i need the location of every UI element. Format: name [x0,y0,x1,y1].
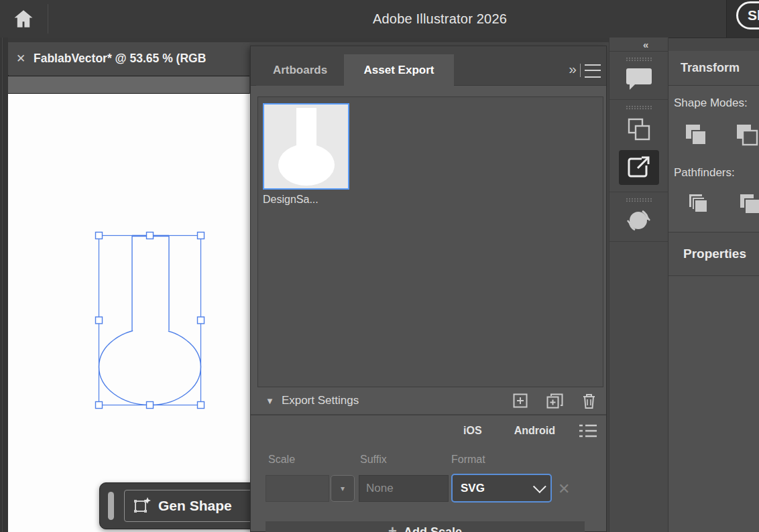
asset-name-label[interactable]: DesignSa... [263,194,370,206]
dock-divider [609,241,668,242]
dock-body [609,51,668,532]
add-setting-icon[interactable] [512,393,528,409]
gen-shape-button[interactable]: Gen Shape [124,490,250,522]
dropdown-arrow-icon: ▾ [341,484,345,493]
dock-drag-grip[interactable] [626,105,652,110]
home-button[interactable] [7,5,40,32]
document-window-bar [8,76,249,94]
app-titlebar: Adobe Illustrator 2026 [0,0,759,38]
properties-header-label: Properties [683,247,746,261]
dock-divider [609,192,668,192]
tab-artboards[interactable]: Artboards [256,54,344,86]
transform-section-header[interactable]: Transform [668,51,759,86]
gen-shape-label: Gen Shape [158,498,232,514]
tab-asset-export[interactable]: Asset Export [344,54,454,86]
taskbar-drag-handle[interactable] [108,492,114,520]
transform-header-label: Transform [681,61,740,75]
gen-shape-icon [133,496,152,515]
pathfinder-divide-icon[interactable] [687,192,711,216]
format-select[interactable]: SVG [451,474,552,503]
document-close-icon[interactable]: ✕ [8,52,34,66]
duplicate-setting-icon[interactable] [546,393,564,409]
titlebar-divider [48,4,48,34]
export-settings-label: Export Settings [282,394,359,407]
toolbar-edge-highlight [2,38,3,532]
add-scale-button[interactable]: + Add Scale [266,521,585,532]
artboard-canvas[interactable]: Gen Shape [8,94,250,532]
flask-thumbnail-graphic [270,108,343,186]
asset-list[interactable]: DesignSa... [257,96,603,387]
share-button[interactable]: Sh [736,1,759,29]
scale-dropdown-button[interactable]: ▾ [331,475,355,502]
add-scale-label: Add Scale [404,525,462,532]
panel-expand-icon[interactable]: » [569,61,575,77]
shape-modes-label: Shape Modes: [674,96,748,110]
dock-drag-grip[interactable] [626,57,652,62]
selected-flask-artwork[interactable] [8,94,250,532]
shape-mode-unite-icon[interactable] [683,122,709,147]
section-divider [251,414,606,415]
scale-value-input[interactable] [266,475,329,502]
document-tab-bar-top [8,38,609,42]
pathfinder-panel-icon[interactable] [609,115,668,145]
asset-export-panel: Artboards Asset Export » DesignSa... ▼ E… [250,46,607,532]
scale-column-label: Scale [268,454,295,466]
suffix-column-label: Suffix [360,454,387,466]
pathfinders-label: Pathfinders: [674,166,735,180]
pathfinder-trim-icon[interactable] [738,192,759,216]
panel-header-divider [580,64,581,77]
export-settings-header: ▼ Export Settings [251,387,606,414]
asset-export-panel-icon-active[interactable] [619,150,659,185]
pathfinder-section: Shape Modes: Pathfinders: [668,86,759,232]
collapse-panels-icon[interactable]: « [643,39,648,50]
document-tab[interactable]: ✕ FablabVector* @ 53.65 % (RGB [8,42,249,75]
app-title: Adobe Illustrator 2026 [0,0,759,38]
asset-thumbnail-selected[interactable] [263,103,349,190]
dock-drag-grip[interactable] [626,198,652,202]
document-tab-title: FablabVector* @ 53.65 % (RGB [34,52,206,66]
plus-icon: + [388,525,397,532]
delete-setting-icon[interactable] [581,393,597,409]
remove-scale-icon[interactable]: ✕ [558,480,570,498]
shape-mode-minus-front-icon[interactable] [734,122,759,147]
panel-menu-icon[interactable] [585,64,601,78]
panel-dock-strip: « [609,38,668,532]
3d-materials-panel-icon[interactable] [609,206,668,235]
format-selected-value: SVG [461,482,485,495]
platform-presets-row: iOS Android [251,419,606,443]
home-icon [12,7,35,30]
properties-dock-panel: Transform Shape Modes: Pathfinders: [668,51,759,532]
suffix-input[interactable] [359,475,449,502]
android-preset-button[interactable]: Android [508,422,562,440]
tab-asset-export-label: Asset Export [364,64,434,77]
properties-section-header[interactable]: Properties [668,232,759,276]
format-column-label: Format [451,454,485,466]
share-button-label: Sh [748,7,759,23]
chevron-down-icon [533,480,546,493]
dock-divider [609,99,668,100]
tab-artboards-label: Artboards [273,64,327,77]
disclosure-triangle-icon[interactable]: ▼ [266,396,274,406]
ios-preset-button[interactable]: iOS [457,422,489,440]
scale-list-icon[interactable] [579,423,597,438]
contextual-taskbar[interactable]: Gen Shape [99,482,250,529]
comments-panel-icon[interactable] [609,66,668,92]
